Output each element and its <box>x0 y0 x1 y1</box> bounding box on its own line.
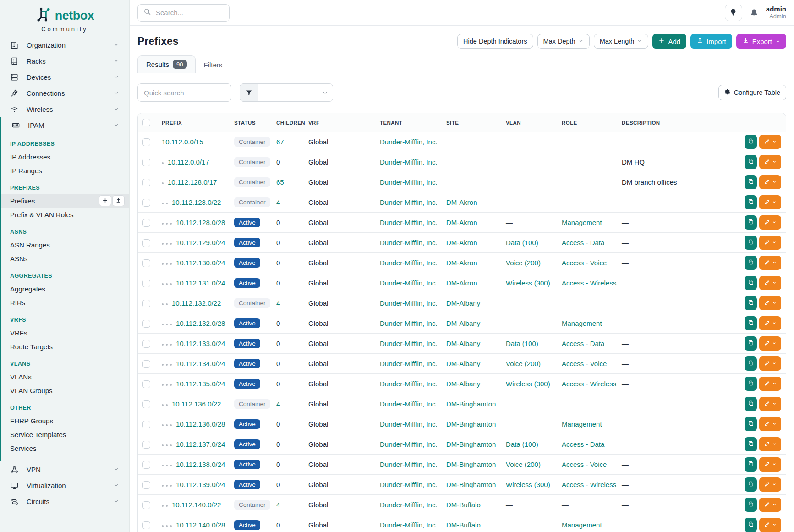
edit-button[interactable] <box>759 296 781 310</box>
row-checkbox[interactable] <box>142 239 150 247</box>
clone-button[interactable] <box>745 437 757 451</box>
clone-button[interactable] <box>745 457 757 472</box>
edit-button[interactable] <box>759 457 781 472</box>
vlan-link[interactable]: Data (100) <box>506 340 538 347</box>
clone-button[interactable] <box>745 236 757 250</box>
role-link[interactable]: Management <box>562 219 602 226</box>
clone-button[interactable] <box>745 518 757 532</box>
site-link[interactable]: DM-Akron <box>446 198 477 206</box>
edit-button[interactable] <box>759 215 781 230</box>
site-link[interactable]: DM-Akron <box>446 259 477 267</box>
role-link[interactable]: Management <box>562 420 602 428</box>
row-checkbox[interactable] <box>142 159 150 166</box>
tab-filters[interactable]: Filters <box>196 57 231 73</box>
vlan-link[interactable]: Voice (200) <box>506 259 541 267</box>
clone-button[interactable] <box>745 356 757 371</box>
sidebar-item-service-templates[interactable]: Service Templates <box>1 428 129 441</box>
tenant-link[interactable]: Dunder-Mifflin, Inc. <box>380 461 438 468</box>
theme-toggle-button[interactable] <box>725 5 742 21</box>
clone-button[interactable] <box>745 316 757 330</box>
sidebar-item-ip-ranges[interactable]: IP Ranges <box>1 164 129 177</box>
tenant-link[interactable]: Dunder-Mifflin, Inc. <box>380 138 438 146</box>
edit-button[interactable] <box>759 155 781 169</box>
max-depth-dropdown[interactable]: Max Depth <box>537 34 590 49</box>
role-link[interactable]: Access - Voice <box>562 360 607 367</box>
column-header-status[interactable]: STATUS <box>230 113 272 132</box>
role-link[interactable]: Access - Data <box>562 239 604 247</box>
tenant-link[interactable]: Dunder-Mifflin, Inc. <box>380 239 438 247</box>
row-checkbox[interactable] <box>142 219 150 227</box>
edit-button[interactable] <box>759 498 781 512</box>
site-link[interactable]: DM-Albany <box>446 340 480 347</box>
export-button[interactable]: Export <box>736 34 786 49</box>
prefix-link[interactable]: 10.112.136.0/22 <box>172 400 221 408</box>
role-link[interactable]: Management <box>562 521 602 529</box>
clone-button[interactable] <box>745 477 757 492</box>
vlan-link[interactable]: Voice (200) <box>506 360 541 367</box>
prefix-link[interactable]: 10.112.136.0/28 <box>176 420 225 428</box>
tenant-link[interactable]: Dunder-Mifflin, Inc. <box>380 340 438 347</box>
sidebar-item-prefix-vlan-roles[interactable]: Prefix & VLAN Roles <box>1 208 129 221</box>
row-checkbox[interactable] <box>142 340 150 348</box>
vlan-link[interactable]: Voice (200) <box>506 461 541 468</box>
row-checkbox[interactable] <box>142 501 150 509</box>
column-header-vrf[interactable]: VRF <box>304 113 375 132</box>
role-link[interactable]: Access - Voice <box>562 461 607 468</box>
role-link[interactable]: Access - Wireless <box>562 481 616 488</box>
tenant-link[interactable]: Dunder-Mifflin, Inc. <box>380 501 438 509</box>
column-header-role[interactable]: ROLE <box>557 113 617 132</box>
children-count-link[interactable]: 4 <box>276 198 280 206</box>
edit-button[interactable] <box>759 397 781 411</box>
clone-button[interactable] <box>745 296 757 310</box>
edit-button[interactable] <box>759 377 781 391</box>
vlan-link[interactable]: Data (100) <box>506 239 538 247</box>
clone-button[interactable] <box>745 336 757 351</box>
tenant-link[interactable]: Dunder-Mifflin, Inc. <box>380 481 438 488</box>
edit-button[interactable] <box>759 175 781 189</box>
prefix-link[interactable]: 10.112.128.0/28 <box>176 219 225 226</box>
column-header-tenant[interactable]: TENANT <box>375 113 442 132</box>
site-link[interactable]: DM-Akron <box>446 219 477 226</box>
row-checkbox[interactable] <box>142 441 150 449</box>
site-link[interactable]: DM-Akron <box>446 239 477 247</box>
site-link[interactable]: DM-Binghamton <box>446 420 496 428</box>
clone-button[interactable] <box>745 135 757 149</box>
prefix-link[interactable]: 10.112.135.0/24 <box>176 380 225 388</box>
row-checkbox[interactable] <box>142 300 150 307</box>
edit-button[interactable] <box>759 256 781 270</box>
select-all-checkbox[interactable] <box>142 119 150 126</box>
children-count-link[interactable]: 4 <box>276 299 280 307</box>
sidebar-item-vlan-groups[interactable]: VLAN Groups <box>1 384 129 397</box>
row-checkbox[interactable] <box>142 380 150 388</box>
sidebar-item-ip-addresses[interactable]: IP Addresses <box>1 150 129 164</box>
user-menu[interactable]: admin Admin <box>766 5 786 20</box>
site-link[interactable]: DM-Albany <box>446 360 480 367</box>
vlan-link[interactable]: Wireless (300) <box>506 481 550 488</box>
tenant-link[interactable]: Dunder-Mifflin, Inc. <box>380 360 438 367</box>
prefix-link[interactable]: 10.112.0.0/17 <box>168 158 209 166</box>
quick-import-button[interactable] <box>112 195 125 206</box>
import-button[interactable]: Import <box>690 34 732 49</box>
tenant-link[interactable]: Dunder-Mifflin, Inc. <box>380 400 438 408</box>
tenant-link[interactable]: Dunder-Mifflin, Inc. <box>380 420 438 428</box>
tenant-link[interactable]: Dunder-Mifflin, Inc. <box>380 319 438 327</box>
sidebar-item-racks[interactable]: Racks <box>0 53 129 69</box>
clone-button[interactable] <box>745 215 757 230</box>
sidebar-item-rirs[interactable]: RIRs <box>1 296 129 309</box>
prefix-link[interactable]: 10.112.132.0/22 <box>172 299 221 307</box>
row-checkbox[interactable] <box>142 421 150 428</box>
tenant-link[interactable]: Dunder-Mifflin, Inc. <box>380 299 438 307</box>
row-checkbox[interactable] <box>142 481 150 489</box>
row-checkbox[interactable] <box>142 138 150 146</box>
site-link[interactable]: DM-Binghamton <box>446 400 496 408</box>
edit-button[interactable] <box>759 518 781 532</box>
prefix-link[interactable]: 10.112.138.0/24 <box>176 461 225 468</box>
sidebar-item-organization[interactable]: Organization <box>0 37 129 53</box>
sidebar-item-prefixes[interactable]: Prefixes <box>1 194 129 208</box>
site-link[interactable]: DM-Albany <box>446 380 480 388</box>
sidebar-item-vlans[interactable]: VLANs <box>1 370 129 384</box>
edit-button[interactable] <box>759 276 781 290</box>
prefix-link[interactable]: 10.112.128.0/17 <box>168 178 217 186</box>
tab-results[interactable]: Results 90 <box>137 55 196 73</box>
prefix-link[interactable]: 10.112.133.0/24 <box>176 340 225 347</box>
